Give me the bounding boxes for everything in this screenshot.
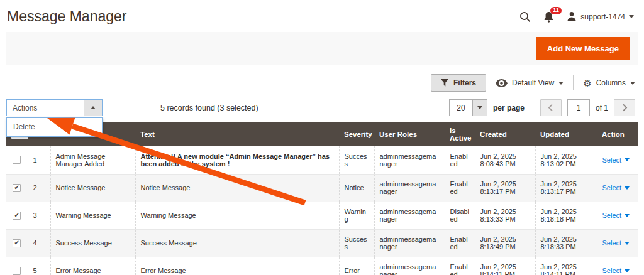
cell-user-roles: adminmessagemanager (374, 174, 445, 202)
table-body: 1 Admin Message Manager Added Attention!… (6, 146, 638, 275)
message-manager-page: Message Manager 11 suppo (0, 0, 644, 275)
header-cell-text[interactable]: Text (135, 122, 339, 146)
cell-updated: Jun 2, 2025 8:13:02 PM (535, 146, 597, 174)
cell-id: 3 (28, 202, 50, 229)
row-select-action[interactable]: Select (602, 212, 630, 219)
messages-table: ✓ ID↑ Title Text Severity User Roles Is … (6, 122, 638, 275)
records-count-text: 5 records found (3 selected) (160, 104, 258, 112)
per-page-toggle[interactable] (472, 100, 487, 116)
notification-badge: 11 (550, 7, 562, 15)
chevron-down-icon (625, 242, 630, 245)
search-icon[interactable] (519, 11, 531, 23)
row-checkbox[interactable] (13, 212, 21, 220)
cell-updated: Jun 2, 2025 8:18:33 PM (535, 229, 597, 257)
chevron-down-icon (625, 186, 630, 190)
chevron-down-icon (558, 82, 564, 85)
top-bar: Message Manager 11 suppo (0, 0, 644, 32)
default-view-label: Default View (512, 78, 554, 87)
row-select-action[interactable]: Select (602, 184, 630, 191)
chevron-up-icon (91, 106, 96, 109)
chevron-right-icon (622, 104, 628, 112)
header-cell-created[interactable]: Created (475, 122, 535, 146)
actions-select-label: Actions (7, 100, 84, 116)
table-row: 5 Error Message Error Message Error admi… (6, 257, 638, 275)
page-title: Message Manager (7, 8, 127, 25)
row-select-action[interactable]: Select (602, 239, 630, 247)
cell-action: Select (597, 229, 638, 257)
cell-created: Jun 2, 2025 8:13:49 PM (475, 229, 535, 257)
cell-id: 1 (28, 146, 50, 174)
header-cell-user-roles[interactable]: User Roles (374, 122, 445, 146)
actions-select-toggle[interactable] (84, 100, 102, 116)
table-row: 3 Warning Message Warning Message Warnin… (6, 202, 638, 229)
cell-is-active: Disabled (445, 202, 475, 229)
cell-action: Select (597, 257, 638, 275)
row-select-action[interactable]: Select (602, 267, 630, 274)
per-page-label: per page (493, 104, 525, 112)
delete-menu-item[interactable]: Delete (7, 118, 102, 136)
cell-updated: Jun 2, 2025 8:14:11 PM (535, 257, 597, 275)
row-checkbox[interactable] (13, 156, 21, 164)
actions-dropdown-wrap: Actions Delete (6, 99, 103, 116)
row-checkbox[interactable] (13, 239, 21, 247)
cell-user-roles: adminmessagemanager (374, 146, 445, 174)
chevron-down-icon (625, 158, 630, 161)
notifications-bell-icon[interactable]: 11 (543, 11, 554, 23)
cell-created: Jun 2, 2025 8:08:43 PM (475, 146, 535, 174)
row-checkbox[interactable] (13, 184, 21, 192)
cell-severity: Notice (339, 174, 374, 202)
chevron-down-icon (629, 15, 634, 18)
cell-is-active: Enabled (445, 257, 475, 275)
next-page-button[interactable] (614, 99, 635, 116)
cell-action: Select (597, 146, 638, 174)
cell-created: Jun 2, 2025 8:14:11 PM (475, 257, 535, 275)
cell-user-roles: adminmessagemanager (374, 229, 445, 257)
cell-is-active: Enabled (445, 229, 475, 257)
actions-select[interactable]: Actions (6, 99, 103, 116)
cell-id: 5 (28, 257, 50, 275)
page-number-input[interactable] (567, 99, 590, 116)
add-new-message-button[interactable]: Add New Message (536, 37, 630, 60)
row-checkbox[interactable] (13, 267, 21, 275)
table-row: 1 Admin Message Manager Added Attention!… (6, 146, 638, 174)
filters-label: Filters (453, 78, 476, 87)
account-menu[interactable]: support-1474 (567, 11, 634, 22)
cell-text: Error Message (135, 257, 339, 275)
columns-button[interactable]: ⚙ Columns (583, 78, 635, 88)
grid-toolbar: Actions Delete 5 records found (3 select… (6, 99, 635, 116)
header-cell-is-active[interactable]: Is Active (445, 122, 475, 146)
header-cell-severity[interactable]: Severity (339, 122, 374, 146)
user-icon (567, 11, 577, 22)
per-page-value: 20 (450, 100, 472, 116)
cell-title: Error Message (50, 257, 135, 275)
cell-user-roles: adminmessagemanager (374, 257, 445, 275)
header-cell-updated[interactable]: Updated (535, 122, 597, 146)
cell-checkbox (6, 174, 28, 202)
cell-title: Warning Message (50, 202, 135, 229)
cell-checkbox (6, 146, 28, 174)
cell-action: Select (597, 174, 638, 202)
default-view-button[interactable]: Default View (496, 78, 564, 87)
cell-id: 4 (28, 229, 50, 257)
cell-severity: Success (339, 146, 374, 174)
actions-dropdown-menu: Delete (6, 117, 103, 137)
row-select-action[interactable]: Select (602, 156, 630, 164)
cell-created: Jun 2, 2025 8:13:33 PM (475, 202, 535, 229)
cell-text: Success Message (135, 229, 339, 257)
cell-severity: Error (339, 257, 374, 275)
filters-button[interactable]: Filters (431, 74, 486, 92)
page-actions-band: Add New Message (6, 32, 638, 65)
cell-title: Admin Message Manager Added (50, 146, 135, 174)
cell-created: Jun 2, 2025 8:13:17 PM (475, 174, 535, 202)
pagination: 20 per page of 1 (449, 99, 635, 116)
cell-user-roles: adminmessagemanager (374, 202, 445, 229)
cell-checkbox (6, 257, 28, 275)
cell-id: 2 (28, 174, 50, 202)
cell-is-active: Enabled (445, 146, 475, 174)
funnel-icon (441, 79, 448, 87)
header-icons: 11 support-1474 (519, 11, 634, 23)
previous-page-button[interactable] (540, 99, 562, 116)
chevron-down-icon (630, 82, 635, 85)
chevron-down-icon (625, 269, 630, 272)
per-page-select[interactable]: 20 (449, 99, 487, 116)
